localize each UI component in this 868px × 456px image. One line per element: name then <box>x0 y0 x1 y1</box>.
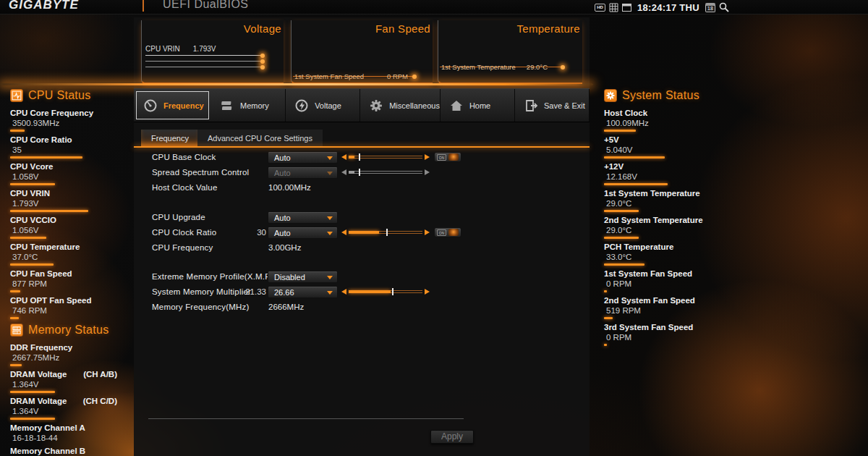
slider-right-arrow-icon[interactable] <box>425 289 430 295</box>
dropdown-value: Auto <box>274 229 291 237</box>
slider-left-arrow-icon[interactable] <box>341 154 346 160</box>
tab-home[interactable]: Home <box>441 89 515 122</box>
voltage-graph-line <box>145 67 262 67</box>
slider-left-arrow-icon[interactable] <box>341 289 346 295</box>
voltage-graph-line <box>145 55 262 56</box>
tab-label: Memory <box>240 101 269 110</box>
status-meter-bar <box>604 156 665 159</box>
status-value: 3500.93MHz <box>10 119 127 128</box>
temperature-panel-title: Temperature <box>516 22 580 35</box>
status-value: 877 RPM <box>10 279 127 289</box>
cpu-clock-ratio-slider[interactable] <box>341 227 430 239</box>
cpu-clock-ratio-toggle[interactable]: ON <box>434 227 461 237</box>
status-meter-bar <box>10 391 55 393</box>
status-value: 1.058V <box>10 172 127 182</box>
status-value: 37.0°C <box>10 253 127 262</box>
slider-fill <box>349 290 391 293</box>
status-label: CPU Temperature <box>10 242 127 252</box>
status-item-cpu-temperature: CPU Temperature 37.0°C <box>10 242 127 266</box>
dropdown-value: Auto <box>274 153 291 162</box>
status-label: 2nd System Fan Speed <box>604 296 731 305</box>
status-value: 519 RPM <box>604 306 731 316</box>
setting-value: 2666MHz <box>268 303 304 311</box>
setting-row-cpu-base-clock: CPU Base Clock Auto ON <box>134 151 590 165</box>
memory-status-header: Memory Status <box>10 323 127 337</box>
slider-thumb[interactable] <box>359 153 360 161</box>
brand-divider <box>142 0 144 12</box>
status-label: Memory Channel A <box>10 423 127 433</box>
cpu-upgrade-dropdown[interactable]: Auto <box>268 211 338 224</box>
cpu-status-header: CPU Status <box>10 88 127 103</box>
calendar-icon[interactable]: 18 <box>705 3 715 12</box>
status-label: +5V <box>604 135 731 145</box>
search-icon[interactable] <box>719 2 729 12</box>
cpu-base-clock-toggle[interactable]: ON <box>434 152 461 162</box>
slider-thumb[interactable] <box>392 288 393 295</box>
fan-speed-panel: Fan Speed 1st System Fan Speed 0 RPM <box>291 20 433 84</box>
status-item-cpu-vrin: CPU VRIN 1.793V <box>10 189 127 212</box>
status-label-channel: (CH C/D) <box>83 397 117 406</box>
system-status-header: System Status <box>604 88 731 103</box>
tab-label: Miscellaneous <box>389 101 440 110</box>
tab-save-exit[interactable]: Save & Exit <box>515 89 590 122</box>
status-meter-bar <box>604 183 668 185</box>
memory-multiplier-slider[interactable] <box>341 286 430 298</box>
slider-thumb[interactable] <box>386 229 388 236</box>
status-meter-bar <box>604 317 613 319</box>
slider-left-arrow-icon[interactable] <box>341 229 346 235</box>
fan-metric-value: 0 RPM <box>387 72 408 80</box>
bolt-icon <box>294 98 309 113</box>
settings-content: CPU Base Clock Auto ON Spread Spectrum C… <box>134 148 590 456</box>
tab-voltage[interactable]: Voltage <box>286 89 360 122</box>
xmp-dropdown[interactable]: Disabled <box>268 271 338 283</box>
grid-view-icon[interactable] <box>609 3 618 12</box>
tab-memory[interactable]: Memory <box>211 89 286 122</box>
dropdown-value: Auto <box>274 214 291 222</box>
subtab-advanced-cpu-core-settings[interactable]: Advanced CPU Core Settings <box>197 130 323 146</box>
status-item-12v: +12V 12.168V <box>604 162 731 185</box>
status-meter-bar <box>10 210 88 212</box>
left-status-sidebar: CPU Status CPU Core Frequency 3500.93MHz… <box>10 88 127 456</box>
subtab-frequency[interactable]: Frequency <box>141 130 199 146</box>
status-value: 1.364V <box>10 407 127 416</box>
content-divider <box>148 418 464 419</box>
fan-panel-title: Fan Speed <box>375 22 430 35</box>
setting-label: Spread Spectrum Control <box>152 168 249 177</box>
status-label: CPU OPT Fan Speed <box>10 296 127 305</box>
status-value: 16-18-18-44 <box>10 434 127 443</box>
system-clock: 18:24:17 THU <box>635 2 702 13</box>
status-value: 0 RPM <box>604 333 731 342</box>
apply-button[interactable]: Apply <box>430 430 474 444</box>
status-label: DDR Frequency <box>10 343 127 352</box>
tab-frequency[interactable]: Frequency <box>136 91 209 119</box>
status-meter-bar <box>10 418 55 420</box>
status-label: CPU Vcore <box>10 162 127 172</box>
status-label: +12V <box>604 162 731 172</box>
tab-label: Save & Exit <box>544 101 585 110</box>
status-meter-bar <box>10 317 19 319</box>
memory-icon <box>220 98 234 113</box>
cpu-base-clock-slider[interactable] <box>341 151 430 164</box>
current-ratio-value: 30 <box>234 228 266 237</box>
slider-left-arrow-icon <box>341 169 346 175</box>
status-meter-bar <box>10 130 25 132</box>
status-meter-bar <box>10 237 46 239</box>
status-value: 12.168V <box>604 172 731 182</box>
monitor-dashboard: Voltage CPU VRIN 1.793V Fan Speed 1st Sy… <box>134 20 590 84</box>
cpu-clock-ratio-dropdown[interactable]: Auto <box>268 227 338 239</box>
status-label: DRAM Voltage (CH C/D) <box>10 397 127 406</box>
bios-title: UEFI DualBIOS <box>163 0 249 11</box>
slider-right-arrow-icon[interactable] <box>425 229 430 235</box>
tab-miscellaneous[interactable]: Miscellaneous <box>360 89 441 122</box>
status-item-cpu-vcore: CPU Vcore 1.058V <box>10 162 127 185</box>
temperature-metric-label: 1st System Temperature <box>441 63 516 71</box>
window-icon[interactable] <box>622 4 631 12</box>
setting-row-cpu-frequency: CPU Frequency 3.00GHz <box>134 241 590 256</box>
hd-icon[interactable]: HD <box>595 4 605 12</box>
status-label-text: DRAM Voltage <box>10 397 67 406</box>
status-meter-bar <box>10 290 20 292</box>
memory-multiplier-dropdown[interactable]: 26.66 <box>268 286 338 298</box>
slider-right-arrow-icon[interactable] <box>425 154 430 160</box>
cpu-base-clock-dropdown[interactable]: Auto <box>268 151 338 164</box>
chevron-down-icon <box>327 291 333 295</box>
